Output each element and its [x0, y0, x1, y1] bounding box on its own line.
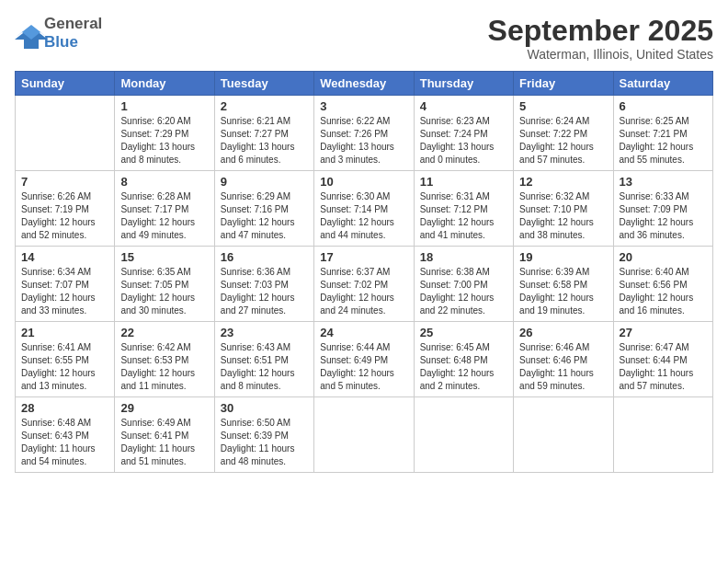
cell-w4-d7: 27Sunrise: 6:47 AM Sunset: 6:44 PM Dayli…: [613, 322, 712, 397]
day-number: 29: [120, 401, 208, 415]
col-sunday: Sunday: [16, 72, 115, 96]
day-info: Sunrise: 6:29 AM Sunset: 7:16 PM Dayligh…: [221, 190, 308, 242]
day-info: Sunrise: 6:25 AM Sunset: 7:21 PM Dayligh…: [620, 115, 707, 167]
cell-w3-d6: 19Sunrise: 6:39 AM Sunset: 6:58 PM Dayli…: [514, 247, 613, 322]
cell-w5-d5: [414, 397, 513, 473]
day-info: Sunrise: 6:36 AM Sunset: 7:03 PM Dayligh…: [221, 266, 308, 317]
logo-general: General: [44, 15, 102, 33]
week-row-3: 14Sunrise: 6:34 AM Sunset: 7:07 PM Dayli…: [16, 247, 713, 322]
cell-w1-d6: 5Sunrise: 6:24 AM Sunset: 7:22 PM Daylig…: [514, 96, 613, 171]
day-info: Sunrise: 6:24 AM Sunset: 7:22 PM Dayligh…: [519, 115, 607, 167]
cell-w2-d2: 8Sunrise: 6:28 AM Sunset: 7:17 PM Daylig…: [115, 171, 214, 247]
logo-icon: [15, 23, 40, 43]
title-group: September 2025 Waterman, Illinois, Unite…: [488, 15, 713, 62]
day-number: 26: [519, 326, 607, 339]
col-friday: Friday: [514, 72, 613, 96]
day-number: 14: [21, 250, 108, 264]
cell-w3-d1: 14Sunrise: 6:34 AM Sunset: 7:07 PM Dayli…: [16, 247, 115, 322]
cell-w1-d7: 6Sunrise: 6:25 AM Sunset: 7:21 PM Daylig…: [613, 96, 712, 171]
day-number: 25: [420, 326, 507, 339]
week-row-1: 1Sunrise: 6:20 AM Sunset: 7:29 PM Daylig…: [16, 96, 713, 171]
cell-w5-d1: 28Sunrise: 6:48 AM Sunset: 6:43 PM Dayli…: [16, 397, 115, 473]
day-number: 20: [620, 250, 707, 264]
cell-w1-d3: 2Sunrise: 6:21 AM Sunset: 7:27 PM Daylig…: [214, 96, 313, 171]
cell-w3-d2: 15Sunrise: 6:35 AM Sunset: 7:05 PM Dayli…: [115, 247, 214, 322]
day-info: Sunrise: 6:44 AM Sunset: 6:49 PM Dayligh…: [320, 341, 407, 393]
col-monday: Monday: [115, 72, 214, 96]
cell-w4-d6: 26Sunrise: 6:46 AM Sunset: 6:46 PM Dayli…: [514, 322, 613, 397]
cell-w2-d5: 11Sunrise: 6:31 AM Sunset: 7:12 PM Dayli…: [414, 171, 513, 247]
day-number: 1: [120, 99, 208, 113]
day-number: 10: [320, 175, 407, 189]
logo-blue: Blue: [44, 33, 102, 52]
cell-w2-d1: 7Sunrise: 6:26 AM Sunset: 7:19 PM Daylig…: [16, 171, 115, 247]
logo: General Blue: [15, 15, 102, 52]
day-info: Sunrise: 6:23 AM Sunset: 7:24 PM Dayligh…: [420, 115, 507, 167]
day-info: Sunrise: 6:34 AM Sunset: 7:07 PM Dayligh…: [21, 266, 108, 317]
col-saturday: Saturday: [613, 72, 712, 96]
calendar-header-row: Sunday Monday Tuesday Wednesday Thursday…: [16, 72, 713, 96]
cell-w4-d3: 23Sunrise: 6:43 AM Sunset: 6:51 PM Dayli…: [214, 322, 313, 397]
page-title: September 2025: [488, 15, 713, 47]
cell-w3-d7: 20Sunrise: 6:40 AM Sunset: 6:56 PM Dayli…: [613, 247, 712, 322]
day-info: Sunrise: 6:49 AM Sunset: 6:41 PM Dayligh…: [120, 417, 208, 468]
cell-w5-d6: [514, 397, 613, 473]
day-info: Sunrise: 6:40 AM Sunset: 6:56 PM Dayligh…: [620, 266, 707, 317]
page-subtitle: Waterman, Illinois, United States: [488, 47, 713, 62]
day-number: 3: [320, 99, 407, 113]
day-number: 15: [120, 250, 208, 264]
day-number: 9: [221, 175, 308, 189]
cell-w4-d5: 25Sunrise: 6:45 AM Sunset: 6:48 PM Dayli…: [414, 322, 513, 397]
day-info: Sunrise: 6:41 AM Sunset: 6:55 PM Dayligh…: [21, 341, 108, 393]
cell-w1-d1: [16, 96, 115, 171]
day-number: 24: [320, 326, 407, 339]
day-number: 16: [221, 250, 308, 264]
day-info: Sunrise: 6:38 AM Sunset: 7:00 PM Dayligh…: [420, 266, 507, 317]
day-info: Sunrise: 6:48 AM Sunset: 6:43 PM Dayligh…: [21, 417, 108, 468]
logo-text: General Blue: [44, 15, 102, 52]
day-info: Sunrise: 6:20 AM Sunset: 7:29 PM Dayligh…: [120, 115, 208, 167]
day-info: Sunrise: 6:46 AM Sunset: 6:46 PM Dayligh…: [519, 341, 607, 393]
page-header: General Blue September 2025 Waterman, Il…: [15, 15, 713, 62]
week-row-2: 7Sunrise: 6:26 AM Sunset: 7:19 PM Daylig…: [16, 171, 713, 247]
day-number: 19: [519, 250, 607, 264]
cell-w2-d4: 10Sunrise: 6:30 AM Sunset: 7:14 PM Dayli…: [314, 171, 414, 247]
day-number: 13: [620, 175, 707, 189]
calendar-table: Sunday Monday Tuesday Wednesday Thursday…: [15, 71, 713, 473]
cell-w3-d3: 16Sunrise: 6:36 AM Sunset: 7:03 PM Dayli…: [214, 247, 313, 322]
day-info: Sunrise: 6:22 AM Sunset: 7:26 PM Dayligh…: [320, 115, 407, 167]
day-number: 22: [120, 326, 208, 339]
cell-w4-d4: 24Sunrise: 6:44 AM Sunset: 6:49 PM Dayli…: [314, 322, 414, 397]
day-number: 18: [420, 250, 507, 264]
day-info: Sunrise: 6:35 AM Sunset: 7:05 PM Dayligh…: [120, 266, 208, 317]
cell-w2-d7: 13Sunrise: 6:33 AM Sunset: 7:09 PM Dayli…: [613, 171, 712, 247]
day-info: Sunrise: 6:30 AM Sunset: 7:14 PM Dayligh…: [320, 190, 407, 242]
day-info: Sunrise: 6:50 AM Sunset: 6:39 PM Dayligh…: [221, 417, 308, 468]
cell-w1-d2: 1Sunrise: 6:20 AM Sunset: 7:29 PM Daylig…: [115, 96, 214, 171]
cell-w5-d3: 30Sunrise: 6:50 AM Sunset: 6:39 PM Dayli…: [214, 397, 313, 473]
cell-w3-d4: 17Sunrise: 6:37 AM Sunset: 7:02 PM Dayli…: [314, 247, 414, 322]
day-info: Sunrise: 6:47 AM Sunset: 6:44 PM Dayligh…: [620, 341, 707, 393]
day-number: 7: [21, 175, 108, 189]
cell-w2-d3: 9Sunrise: 6:29 AM Sunset: 7:16 PM Daylig…: [214, 171, 313, 247]
cell-w5-d2: 29Sunrise: 6:49 AM Sunset: 6:41 PM Dayli…: [115, 397, 214, 473]
day-number: 2: [221, 99, 308, 113]
day-info: Sunrise: 6:39 AM Sunset: 6:58 PM Dayligh…: [519, 266, 607, 317]
cell-w5-d7: [613, 397, 712, 473]
cell-w4-d1: 21Sunrise: 6:41 AM Sunset: 6:55 PM Dayli…: [16, 322, 115, 397]
day-number: 30: [221, 401, 308, 415]
day-number: 8: [120, 175, 208, 189]
day-number: 11: [420, 175, 507, 189]
week-row-4: 21Sunrise: 6:41 AM Sunset: 6:55 PM Dayli…: [16, 322, 713, 397]
cell-w1-d5: 4Sunrise: 6:23 AM Sunset: 7:24 PM Daylig…: [414, 96, 513, 171]
day-info: Sunrise: 6:43 AM Sunset: 6:51 PM Dayligh…: [221, 341, 308, 393]
cell-w4-d2: 22Sunrise: 6:42 AM Sunset: 6:53 PM Dayli…: [115, 322, 214, 397]
day-info: Sunrise: 6:42 AM Sunset: 6:53 PM Dayligh…: [120, 341, 208, 393]
day-info: Sunrise: 6:28 AM Sunset: 7:17 PM Dayligh…: [120, 190, 208, 242]
day-number: 6: [620, 99, 707, 113]
day-info: Sunrise: 6:32 AM Sunset: 7:10 PM Dayligh…: [519, 190, 607, 242]
day-number: 28: [21, 401, 108, 415]
cell-w5-d4: [314, 397, 414, 473]
col-thursday: Thursday: [414, 72, 513, 96]
day-info: Sunrise: 6:37 AM Sunset: 7:02 PM Dayligh…: [320, 266, 407, 317]
